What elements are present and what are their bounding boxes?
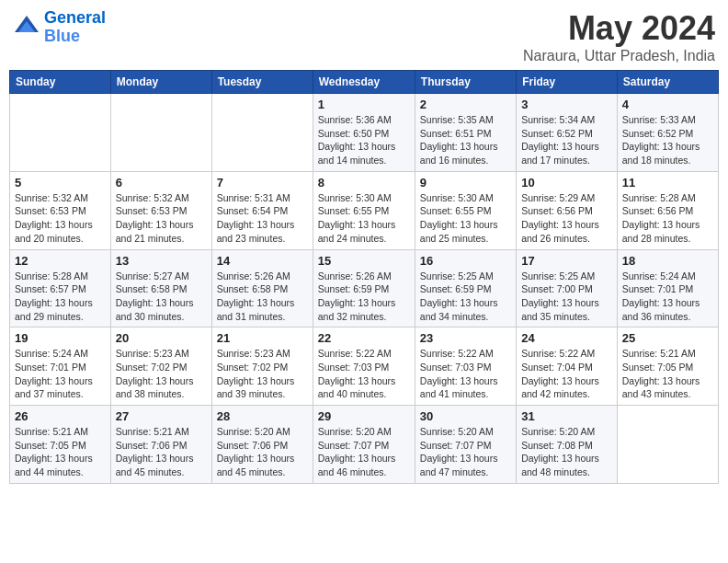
day-cell-26: 26Sunrise: 5:21 AM Sunset: 7:05 PM Dayli… bbox=[10, 406, 111, 484]
day-cell-28: 28Sunrise: 5:20 AM Sunset: 7:06 PM Dayli… bbox=[211, 406, 313, 484]
day-cell-22: 22Sunrise: 5:22 AM Sunset: 7:03 PM Dayli… bbox=[313, 327, 415, 406]
day-info: Sunrise: 5:30 AM Sunset: 6:55 PM Dayligh… bbox=[318, 191, 410, 246]
day-cell-17: 17Sunrise: 5:25 AM Sunset: 7:00 PM Dayli… bbox=[517, 249, 618, 327]
day-info: Sunrise: 5:26 AM Sunset: 6:59 PM Dayligh… bbox=[318, 270, 410, 324]
day-number: 14 bbox=[217, 254, 308, 268]
day-info: Sunrise: 5:32 AM Sunset: 6:53 PM Dayligh… bbox=[116, 191, 207, 246]
day-info: Sunrise: 5:21 AM Sunset: 7:05 PM Dayligh… bbox=[622, 347, 713, 401]
day-info: Sunrise: 5:28 AM Sunset: 6:56 PM Dayligh… bbox=[622, 191, 713, 246]
day-number: 16 bbox=[420, 254, 511, 268]
day-number: 18 bbox=[622, 254, 713, 268]
day-cell-12: 12Sunrise: 5:28 AM Sunset: 6:57 PM Dayli… bbox=[10, 249, 111, 327]
day-number: 30 bbox=[420, 409, 511, 423]
title-block: May 2024 Naraura, Uttar Pradesh, India bbox=[523, 9, 715, 64]
logo-text: General Blue bbox=[44, 9, 106, 46]
day-info: Sunrise: 5:22 AM Sunset: 7:03 PM Dayligh… bbox=[318, 347, 410, 401]
day-cell-25: 25Sunrise: 5:21 AM Sunset: 7:05 PM Dayli… bbox=[617, 327, 718, 406]
day-number: 17 bbox=[521, 254, 612, 268]
day-cell-18: 18Sunrise: 5:24 AM Sunset: 7:01 PM Dayli… bbox=[617, 249, 718, 327]
day-cell-15: 15Sunrise: 5:26 AM Sunset: 6:59 PM Dayli… bbox=[313, 249, 415, 327]
day-cell-30: 30Sunrise: 5:20 AM Sunset: 7:07 PM Dayli… bbox=[415, 406, 516, 484]
col-header-friday: Friday bbox=[517, 71, 618, 94]
col-header-monday: Monday bbox=[110, 71, 211, 94]
day-number: 11 bbox=[622, 176, 713, 190]
subtitle: Naraura, Uttar Pradesh, India bbox=[523, 48, 715, 64]
day-number: 15 bbox=[318, 254, 410, 268]
day-cell-13: 13Sunrise: 5:27 AM Sunset: 6:58 PM Dayli… bbox=[110, 249, 211, 327]
col-header-sunday: Sunday bbox=[10, 71, 111, 94]
day-info: Sunrise: 5:29 AM Sunset: 6:56 PM Dayligh… bbox=[521, 191, 612, 246]
day-number: 19 bbox=[15, 331, 106, 345]
week-row-1: 1Sunrise: 5:36 AM Sunset: 6:50 PM Daylig… bbox=[10, 94, 719, 172]
day-info: Sunrise: 5:32 AM Sunset: 6:53 PM Dayligh… bbox=[15, 191, 106, 246]
day-cell-7: 7Sunrise: 5:31 AM Sunset: 6:54 PM Daylig… bbox=[211, 171, 313, 249]
day-info: Sunrise: 5:21 AM Sunset: 7:05 PM Dayligh… bbox=[15, 425, 106, 479]
day-cell-empty-4-6 bbox=[617, 406, 718, 484]
day-cell-16: 16Sunrise: 5:25 AM Sunset: 6:59 PM Dayli… bbox=[415, 249, 516, 327]
day-cell-10: 10Sunrise: 5:29 AM Sunset: 6:56 PM Dayli… bbox=[517, 171, 618, 249]
day-info: Sunrise: 5:27 AM Sunset: 6:58 PM Dayligh… bbox=[116, 270, 207, 324]
header-row: SundayMondayTuesdayWednesdayThursdayFrid… bbox=[10, 71, 719, 94]
day-number: 9 bbox=[420, 176, 511, 190]
day-number: 12 bbox=[15, 254, 106, 268]
day-info: Sunrise: 5:22 AM Sunset: 7:03 PM Dayligh… bbox=[420, 347, 511, 401]
day-info: Sunrise: 5:31 AM Sunset: 6:54 PM Dayligh… bbox=[217, 191, 308, 246]
day-info: Sunrise: 5:20 AM Sunset: 7:08 PM Dayligh… bbox=[521, 425, 612, 479]
day-number: 21 bbox=[217, 331, 308, 345]
day-info: Sunrise: 5:33 AM Sunset: 6:52 PM Dayligh… bbox=[622, 113, 713, 167]
logo-general: General bbox=[44, 8, 106, 27]
day-number: 1 bbox=[318, 98, 410, 111]
day-info: Sunrise: 5:23 AM Sunset: 7:02 PM Dayligh… bbox=[116, 347, 207, 401]
col-header-tuesday: Tuesday bbox=[211, 71, 313, 94]
day-info: Sunrise: 5:25 AM Sunset: 7:00 PM Dayligh… bbox=[521, 270, 612, 324]
day-number: 24 bbox=[521, 331, 612, 345]
day-cell-1: 1Sunrise: 5:36 AM Sunset: 6:50 PM Daylig… bbox=[313, 94, 415, 172]
day-info: Sunrise: 5:35 AM Sunset: 6:51 PM Dayligh… bbox=[420, 113, 511, 167]
day-number: 22 bbox=[318, 331, 410, 345]
day-cell-29: 29Sunrise: 5:20 AM Sunset: 7:07 PM Dayli… bbox=[313, 406, 415, 484]
day-cell-19: 19Sunrise: 5:24 AM Sunset: 7:01 PM Dayli… bbox=[10, 327, 111, 406]
day-cell-empty-0-2 bbox=[211, 94, 313, 172]
col-header-wednesday: Wednesday bbox=[313, 71, 415, 94]
logo-icon bbox=[13, 14, 40, 41]
page-header: General Blue May 2024 Naraura, Uttar Pra… bbox=[9, 9, 719, 64]
day-number: 23 bbox=[420, 331, 511, 345]
day-cell-2: 2Sunrise: 5:35 AM Sunset: 6:51 PM Daylig… bbox=[415, 94, 516, 172]
day-cell-11: 11Sunrise: 5:28 AM Sunset: 6:56 PM Dayli… bbox=[617, 171, 718, 249]
day-info: Sunrise: 5:25 AM Sunset: 6:59 PM Dayligh… bbox=[420, 270, 511, 324]
day-number: 3 bbox=[521, 98, 612, 111]
day-cell-empty-0-1 bbox=[110, 94, 211, 172]
day-number: 25 bbox=[622, 331, 713, 345]
day-number: 31 bbox=[521, 409, 612, 423]
day-cell-5: 5Sunrise: 5:32 AM Sunset: 6:53 PM Daylig… bbox=[10, 171, 111, 249]
day-info: Sunrise: 5:28 AM Sunset: 6:57 PM Dayligh… bbox=[15, 270, 106, 324]
day-number: 27 bbox=[116, 409, 207, 423]
week-row-4: 19Sunrise: 5:24 AM Sunset: 7:01 PM Dayli… bbox=[10, 327, 719, 406]
day-number: 4 bbox=[622, 98, 713, 111]
day-number: 2 bbox=[420, 98, 511, 111]
col-header-thursday: Thursday bbox=[415, 71, 516, 94]
day-info: Sunrise: 5:36 AM Sunset: 6:50 PM Dayligh… bbox=[318, 113, 410, 167]
day-cell-20: 20Sunrise: 5:23 AM Sunset: 7:02 PM Dayli… bbox=[110, 327, 211, 406]
day-info: Sunrise: 5:26 AM Sunset: 6:58 PM Dayligh… bbox=[217, 270, 308, 324]
day-info: Sunrise: 5:20 AM Sunset: 7:07 PM Dayligh… bbox=[318, 425, 410, 479]
day-number: 8 bbox=[318, 176, 410, 190]
logo: General Blue bbox=[13, 9, 106, 46]
day-number: 6 bbox=[116, 176, 207, 190]
day-cell-21: 21Sunrise: 5:23 AM Sunset: 7:02 PM Dayli… bbox=[211, 327, 313, 406]
day-cell-4: 4Sunrise: 5:33 AM Sunset: 6:52 PM Daylig… bbox=[617, 94, 718, 172]
day-number: 28 bbox=[217, 409, 308, 423]
week-row-2: 5Sunrise: 5:32 AM Sunset: 6:53 PM Daylig… bbox=[10, 171, 719, 249]
day-cell-3: 3Sunrise: 5:34 AM Sunset: 6:52 PM Daylig… bbox=[517, 94, 618, 172]
day-cell-31: 31Sunrise: 5:20 AM Sunset: 7:08 PM Dayli… bbox=[517, 406, 618, 484]
day-number: 7 bbox=[217, 176, 308, 190]
day-cell-6: 6Sunrise: 5:32 AM Sunset: 6:53 PM Daylig… bbox=[110, 171, 211, 249]
logo-blue: Blue bbox=[44, 27, 80, 45]
day-number: 5 bbox=[15, 176, 106, 190]
day-cell-24: 24Sunrise: 5:22 AM Sunset: 7:04 PM Dayli… bbox=[517, 327, 618, 406]
day-number: 26 bbox=[15, 409, 106, 423]
day-number: 13 bbox=[116, 254, 207, 268]
day-info: Sunrise: 5:24 AM Sunset: 7:01 PM Dayligh… bbox=[622, 270, 713, 324]
day-info: Sunrise: 5:30 AM Sunset: 6:55 PM Dayligh… bbox=[420, 191, 511, 246]
day-info: Sunrise: 5:21 AM Sunset: 7:06 PM Dayligh… bbox=[116, 425, 207, 479]
